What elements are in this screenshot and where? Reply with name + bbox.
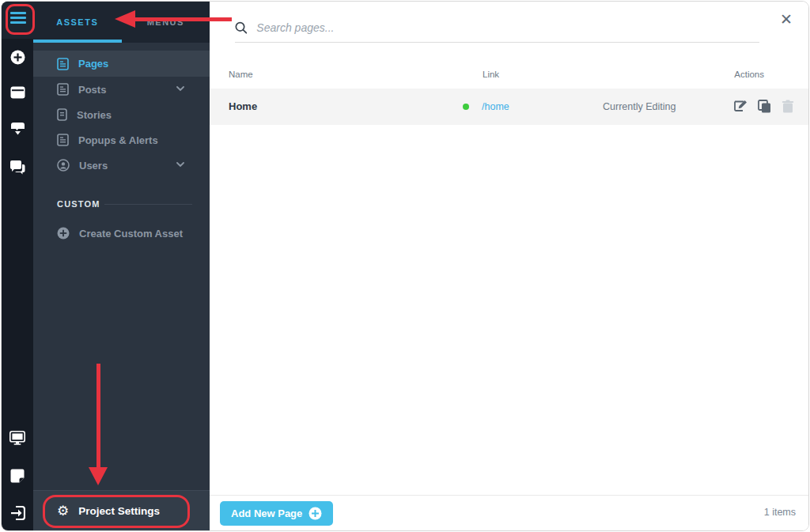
active-tab-underline xyxy=(33,40,122,43)
story-icon xyxy=(57,108,67,121)
comments-icon[interactable] xyxy=(2,156,33,179)
add-new-page-button[interactable]: Add New Page xyxy=(220,501,333,526)
page-link[interactable]: /home xyxy=(482,101,509,112)
icon-rail xyxy=(2,2,33,530)
bottom-bar: Add New Page 1 items xyxy=(210,495,808,530)
add-circle-icon[interactable] xyxy=(2,45,33,69)
tab-menus[interactable]: MENUS xyxy=(122,2,210,43)
sidebar-item-popups-alerts[interactable]: Popups & Alerts xyxy=(33,127,210,153)
chevron-down-icon xyxy=(176,162,184,168)
custom-section-header: CUSTOM xyxy=(33,192,210,216)
duplicate-icon[interactable] xyxy=(758,100,771,116)
custom-section-label: CUSTOM xyxy=(57,199,100,209)
row-actions xyxy=(733,100,794,116)
table-header: Name Link Actions xyxy=(210,70,808,82)
plus-circle-icon xyxy=(57,227,70,240)
pages-panel: ✕ Name Link Actions Home /home Currently… xyxy=(210,2,808,530)
tab-assets[interactable]: ASSETS xyxy=(33,2,122,43)
page-name: Home xyxy=(229,100,257,112)
add-new-page-label: Add New Page xyxy=(231,507,302,519)
sidebar-nav: Pages Posts Stories Popups & Alerts User… xyxy=(33,51,210,246)
app-window: ASSETS MENUS Pages Posts Stories Popups … xyxy=(1,1,809,531)
sidebar-item-posts[interactable]: Posts xyxy=(33,77,210,102)
sidebar-item-label: Stories xyxy=(77,109,112,121)
desktop-icon[interactable] xyxy=(2,426,33,450)
widgets-icon[interactable] xyxy=(2,118,33,141)
table-row[interactable]: Home /home Currently Editing xyxy=(210,89,808,125)
sidebar-item-stories[interactable]: Stories xyxy=(33,102,210,127)
sidebar-item-label: Pages xyxy=(78,58,108,70)
sidebar-item-users[interactable]: Users xyxy=(33,153,210,178)
column-header-link: Link xyxy=(483,70,499,79)
post-icon xyxy=(57,83,69,96)
sidebar-item-label: Popups & Alerts xyxy=(78,134,158,146)
popup-icon xyxy=(57,134,69,146)
status-dot xyxy=(463,104,469,110)
exit-icon[interactable] xyxy=(2,501,33,525)
create-custom-asset-button[interactable]: Create Custom Asset xyxy=(33,221,210,246)
sidebar-item-pages[interactable]: Pages xyxy=(33,51,210,77)
column-header-actions: Actions xyxy=(734,70,764,79)
page-icon xyxy=(57,58,69,70)
search-bar xyxy=(235,13,759,43)
create-custom-asset-label: Create Custom Asset xyxy=(79,228,183,240)
sidebar-item-label: Posts xyxy=(78,84,106,96)
notes-icon[interactable] xyxy=(2,464,33,488)
project-settings-button[interactable]: ⚙ Project Settings xyxy=(33,490,210,530)
column-header-name: Name xyxy=(229,70,253,79)
items-count: 1 items xyxy=(764,507,796,518)
sidebar-tabbar: ASSETS MENUS xyxy=(33,2,210,43)
search-input[interactable] xyxy=(256,21,759,34)
user-icon xyxy=(57,159,70,172)
plus-circle-icon xyxy=(308,507,322,520)
close-icon[interactable]: ✕ xyxy=(780,12,793,27)
custom-section-divider xyxy=(104,204,192,205)
gear-icon: ⚙ xyxy=(57,504,69,518)
hamburger-menu-icon[interactable] xyxy=(10,12,26,25)
edit-icon[interactable] xyxy=(733,100,748,116)
project-settings-label: Project Settings xyxy=(78,505,160,517)
delete-icon[interactable] xyxy=(782,100,794,116)
box-icon[interactable] xyxy=(2,81,33,104)
editing-status: Currently Editing xyxy=(603,101,676,112)
chevron-down-icon xyxy=(176,86,184,92)
search-icon xyxy=(235,21,247,34)
sidebar-item-label: Users xyxy=(79,160,108,172)
sidebar: ASSETS MENUS Pages Posts Stories Popups … xyxy=(33,2,210,530)
